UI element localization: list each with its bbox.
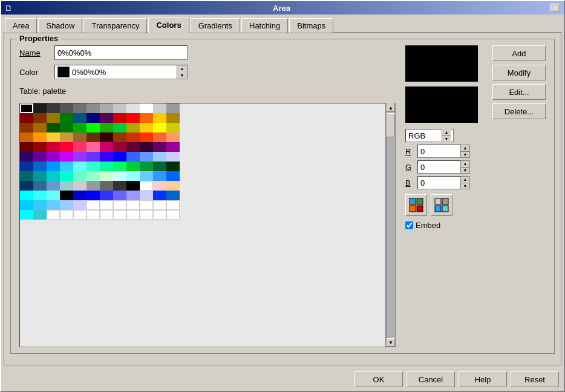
scroll-up-arrow[interactable]: ▲ xyxy=(387,103,395,112)
palette-cell[interactable] xyxy=(60,152,73,162)
palette-cell[interactable] xyxy=(20,132,33,142)
palette-cell[interactable] xyxy=(87,123,100,132)
palette-cell[interactable] xyxy=(20,191,33,200)
color-select-down[interactable]: ▼ xyxy=(177,72,187,79)
palette-cell[interactable] xyxy=(73,142,87,152)
palette-cell[interactable] xyxy=(47,200,60,210)
palette-cell[interactable] xyxy=(73,191,87,200)
palette-cell[interactable] xyxy=(60,210,73,220)
palette-cell[interactable] xyxy=(140,162,153,171)
palette-cell[interactable] xyxy=(166,103,180,113)
palette-cell[interactable] xyxy=(87,132,100,142)
palette-cell[interactable] xyxy=(166,210,180,220)
palette-cell[interactable] xyxy=(73,181,87,191)
palette-cell[interactable] xyxy=(20,123,33,132)
palette-cell[interactable] xyxy=(87,210,100,220)
palette-cell[interactable] xyxy=(113,123,126,132)
palette-cell[interactable] xyxy=(100,200,113,210)
palette-cell[interactable] xyxy=(166,132,180,142)
palette-cell[interactable] xyxy=(20,152,33,162)
palette-cell[interactable] xyxy=(73,103,87,113)
palette-cell[interactable] xyxy=(87,191,100,200)
palette-cell[interactable] xyxy=(87,113,100,123)
palette-cell[interactable] xyxy=(73,152,87,162)
name-input[interactable] xyxy=(54,45,188,60)
palette-cell[interactable] xyxy=(47,162,60,171)
color-select-up[interactable]: ▲ xyxy=(177,65,187,72)
palette-cell[interactable] xyxy=(33,181,47,191)
modify-button[interactable]: Modify xyxy=(492,65,546,80)
palette-cell[interactable] xyxy=(153,113,166,123)
b-down[interactable]: ▼ xyxy=(461,183,469,189)
palette-cell[interactable] xyxy=(47,132,60,142)
palette-cell[interactable] xyxy=(113,191,126,200)
palette-cell[interactable] xyxy=(100,210,113,220)
palette-cell[interactable] xyxy=(33,152,47,162)
r-up[interactable]: ▲ xyxy=(461,145,469,152)
palette-cell[interactable] xyxy=(87,162,100,171)
help-button[interactable]: Help xyxy=(459,371,507,387)
palette-cell[interactable] xyxy=(33,123,47,132)
palette-cell[interactable] xyxy=(126,113,140,123)
g-up[interactable]: ▲ xyxy=(461,161,469,168)
tab-area[interactable]: Area xyxy=(5,18,37,33)
palette-cell[interactable] xyxy=(33,142,47,152)
palette-cell[interactable] xyxy=(126,103,140,113)
palette-cell[interactable] xyxy=(140,191,153,200)
tab-gradients[interactable]: Gradients xyxy=(191,18,240,33)
palette-cell[interactable] xyxy=(113,152,126,162)
palette-cell[interactable] xyxy=(87,103,100,113)
palette-cell[interactable] xyxy=(20,181,33,191)
palette-cell[interactable] xyxy=(126,171,140,181)
palette-cell[interactable] xyxy=(87,152,100,162)
palette-cell[interactable] xyxy=(100,103,113,113)
color-model-up[interactable]: ▲ xyxy=(442,129,451,136)
palette-cell[interactable] xyxy=(126,162,140,171)
palette-cell[interactable] xyxy=(47,191,60,200)
palette-cell[interactable] xyxy=(20,200,33,210)
palette-cell[interactable] xyxy=(73,200,87,210)
palette-cell[interactable] xyxy=(153,162,166,171)
palette-cell[interactable] xyxy=(60,181,73,191)
palette-cell[interactable] xyxy=(100,171,113,181)
palette-cell[interactable] xyxy=(166,171,180,181)
tab-bitmaps[interactable]: Bitmaps xyxy=(289,18,333,33)
palette-cell[interactable] xyxy=(60,191,73,200)
palette-cell[interactable] xyxy=(166,113,180,123)
palette-cell[interactable] xyxy=(60,132,73,142)
palette-cell[interactable] xyxy=(126,191,140,200)
edit-button[interactable]: Edit... xyxy=(492,84,546,100)
palette-cell[interactable] xyxy=(73,162,87,171)
cancel-button[interactable]: Cancel xyxy=(407,371,455,387)
color-model-select[interactable]: RGB ▲ ▼ xyxy=(405,129,454,142)
color-model-down[interactable]: ▼ xyxy=(442,136,451,142)
palette-cell[interactable] xyxy=(60,162,73,171)
b-up[interactable]: ▲ xyxy=(461,177,469,183)
palette-cell[interactable] xyxy=(47,181,60,191)
palette-cell[interactable] xyxy=(140,123,153,132)
palette-cell[interactable] xyxy=(140,113,153,123)
palette-cell[interactable] xyxy=(140,132,153,142)
palette-cell[interactable] xyxy=(73,171,87,181)
ok-button[interactable]: OK xyxy=(354,371,403,387)
palette-cell[interactable] xyxy=(33,200,47,210)
palette-cell[interactable] xyxy=(20,171,33,181)
palette-cell[interactable] xyxy=(113,200,126,210)
scroll-thumb[interactable] xyxy=(387,113,395,137)
embed-checkbox[interactable] xyxy=(405,221,413,229)
palette-cell[interactable] xyxy=(20,142,33,152)
palette-cell[interactable] xyxy=(73,113,87,123)
palette-cell[interactable] xyxy=(166,200,180,210)
palette-cell[interactable] xyxy=(60,103,73,113)
palette-cell[interactable] xyxy=(73,123,87,132)
palette-cell[interactable] xyxy=(126,142,140,152)
palette-cell[interactable] xyxy=(126,200,140,210)
palette-cell[interactable] xyxy=(140,181,153,191)
color-model-arrows[interactable]: ▲ ▼ xyxy=(442,129,451,142)
g-input[interactable] xyxy=(417,160,461,174)
palette-cell[interactable] xyxy=(47,123,60,132)
palette-cell[interactable] xyxy=(100,162,113,171)
palette-cell[interactable] xyxy=(100,132,113,142)
palette-cell[interactable] xyxy=(60,171,73,181)
palette-cell[interactable] xyxy=(153,132,166,142)
